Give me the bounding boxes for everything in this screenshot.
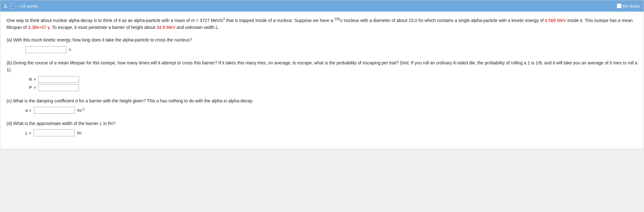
n-equals: =: [34, 77, 36, 82]
part-c-unit: fm-1: [77, 107, 85, 113]
kinetic-energy-value: 4.569 MeV: [545, 18, 566, 23]
part-a: (a) With this much kinetic energy, how l…: [7, 36, 637, 53]
header-left: 2. + –/15 points: [4, 3, 38, 8]
problem-header: 2. + –/15 points My Notes: [0, 0, 644, 12]
part-b-inputs: N = P =: [25, 76, 637, 91]
alpha-variable: α =: [25, 108, 31, 113]
problem-container: 2. + –/15 points My Notes One way to thi…: [0, 0, 644, 149]
part-c-label: (c) What is the damping coefficient α fo…: [7, 97, 637, 104]
p-variable: P: [25, 85, 32, 90]
barrier-height-value: 34.8 MeV: [156, 25, 175, 30]
n-variable: N: [25, 77, 32, 82]
problem-intro: One way to think about nuclear alpha-dec…: [7, 17, 637, 31]
my-notes-label: My Notes: [623, 4, 640, 8]
p-equals: =: [34, 85, 36, 90]
n-input-row: N =: [25, 76, 637, 83]
l-input[interactable]: [34, 129, 75, 136]
part-b: (b) During the course of a mean lifespan…: [7, 59, 637, 91]
problem-body: One way to think about nuclear alpha-dec…: [0, 12, 644, 149]
part-d-label: (d) What is the approximate width of the…: [7, 120, 637, 127]
add-icon[interactable]: +: [10, 3, 15, 8]
part-a-input-row: s: [25, 46, 637, 53]
alpha-input[interactable]: [34, 107, 75, 114]
part-b-label: (b) During the course of a mean lifespan…: [7, 59, 637, 73]
notes-checkbox-icon: [617, 4, 621, 8]
points-label: –/15 points: [18, 4, 38, 8]
problem-number: 2.: [4, 3, 8, 8]
part-a-unit: s: [69, 47, 71, 52]
my-notes-button[interactable]: My Notes: [617, 4, 640, 8]
l-variable: L =: [25, 131, 31, 135]
p-input-row: P =: [25, 84, 637, 91]
part-d-input-row: L = fm: [25, 129, 637, 136]
lifespan-value: 3.38e+07 y: [28, 25, 50, 30]
p-input[interactable]: [38, 84, 79, 91]
part-d: (d) What is the approximate width of the…: [7, 120, 637, 136]
part-a-input[interactable]: [25, 46, 66, 53]
n-input[interactable]: [38, 76, 79, 83]
part-a-label: (a) With this much kinetic energy, how l…: [7, 36, 637, 43]
part-c-input-row: α = fm-1: [25, 107, 637, 114]
part-c: (c) What is the damping coefficient α fo…: [7, 97, 637, 114]
part-d-unit: fm: [77, 131, 82, 135]
